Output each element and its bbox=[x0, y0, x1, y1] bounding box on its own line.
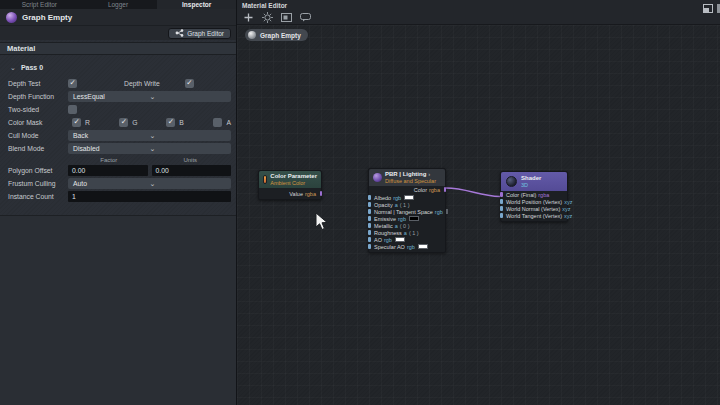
polygon-offset-units-input[interactable]: 0.00 bbox=[152, 165, 232, 176]
color-mask-b-checkbox[interactable] bbox=[166, 118, 175, 127]
polygon-offset-units-value: 0.00 bbox=[156, 167, 169, 174]
depth-function-label: Depth Function bbox=[8, 93, 68, 100]
two-sided-label: Two-sided bbox=[8, 106, 68, 113]
graph-editor-button[interactable]: Graph Editor bbox=[168, 28, 231, 39]
blend-mode-row: Blend Mode Disabled ⌄ bbox=[8, 142, 231, 155]
input-port[interactable] bbox=[500, 192, 503, 197]
material-editor-toolbar bbox=[237, 10, 720, 25]
input-type: rgba bbox=[538, 192, 549, 198]
shader-input-color-final[interactable]: Color (Final) rgba bbox=[501, 191, 567, 198]
input-type: xyz bbox=[564, 213, 572, 219]
center-graph-button[interactable] bbox=[262, 12, 273, 23]
frustum-culling-row: Frustum Culling Auto ⌄ bbox=[8, 177, 231, 190]
add-comment-button[interactable] bbox=[300, 12, 311, 23]
pbr-output-color[interactable]: Color rgba bbox=[369, 186, 445, 194]
material-section-header[interactable]: Material bbox=[0, 42, 236, 55]
output-port[interactable] bbox=[444, 187, 447, 192]
color-mask-b: B bbox=[162, 118, 209, 127]
color-parameter-output-value[interactable]: Value rgba bbox=[259, 188, 321, 199]
color-parameter-icon bbox=[263, 175, 267, 184]
color-mask-r-label: R bbox=[85, 119, 90, 126]
shader-input-world-tangent[interactable]: World Tangent (Vertex) xyz bbox=[501, 212, 567, 219]
add-frame-button[interactable] bbox=[281, 12, 292, 23]
color-mask-g: G bbox=[115, 118, 162, 127]
input-port[interactable] bbox=[500, 213, 503, 218]
tab-script-editor[interactable]: Script Editor bbox=[0, 0, 79, 9]
frustum-culling-value: Auto bbox=[73, 180, 150, 187]
pbr-header[interactable]: PBR | Lighting› Diffuse and Specular bbox=[369, 169, 445, 186]
input-port[interactable] bbox=[368, 223, 371, 228]
chevron-down-icon: ⌄ bbox=[150, 181, 227, 186]
instance-count-input[interactable]: 1 bbox=[68, 191, 231, 202]
node-graph-canvas[interactable]: Graph Empty Color Parameter Ambient Colo… bbox=[237, 25, 720, 405]
polygon-offset-row: Polygon Offset 0.00 0.00 bbox=[8, 164, 231, 177]
add-node-button[interactable] bbox=[243, 12, 254, 23]
node-graph-icon bbox=[175, 29, 184, 37]
depth-function-dropdown[interactable]: LessEqual ⌄ bbox=[68, 91, 231, 102]
polygon-offset-factor-input[interactable]: 0.00 bbox=[68, 165, 148, 176]
input-label: Roughness bbox=[374, 230, 402, 236]
input-type: rgb bbox=[393, 195, 401, 201]
blend-mode-dropdown[interactable]: Disabled ⌄ bbox=[68, 143, 231, 154]
input-port[interactable] bbox=[368, 202, 371, 207]
pbr-input-emissive[interactable]: Emissive rgb bbox=[369, 215, 445, 222]
material-section-label: Material bbox=[7, 44, 35, 53]
node-pbr-lighting[interactable]: PBR | Lighting› Diffuse and Specular Col… bbox=[368, 168, 446, 253]
tab-logger[interactable]: Logger bbox=[79, 0, 158, 9]
color-parameter-title: Color Parameter bbox=[270, 173, 317, 180]
color-mask-a-checkbox[interactable] bbox=[213, 118, 222, 127]
cull-mode-dropdown[interactable]: Back ⌄ bbox=[68, 130, 231, 141]
pbr-input-ao[interactable]: AO rgb bbox=[369, 236, 445, 243]
pbr-input-specular-ao[interactable]: Specular AO rgb bbox=[369, 243, 445, 250]
normal-color-swatch[interactable] bbox=[446, 209, 448, 214]
output-label: Value bbox=[289, 191, 303, 197]
input-port[interactable] bbox=[500, 199, 503, 204]
breadcrumb-graph-empty[interactable]: Graph Empty bbox=[245, 29, 308, 41]
depth-test-checkbox[interactable] bbox=[68, 79, 77, 88]
color-mask-label: Color Mask bbox=[8, 119, 68, 126]
pbr-input-normal[interactable]: Normal | Tangent Space rgb bbox=[369, 208, 445, 215]
pbr-input-metallic[interactable]: Metallic a ( 0 ) bbox=[369, 222, 445, 229]
tab-inspector[interactable]: Inspector bbox=[157, 0, 236, 9]
panel-tabbar: Script Editor Logger Inspector bbox=[0, 0, 236, 9]
material-editor-panel: Material Editor bbox=[237, 0, 720, 405]
pbr-input-albedo[interactable]: Albedo rgb bbox=[369, 194, 445, 201]
color-mask-r-checkbox[interactable] bbox=[72, 118, 81, 127]
shader-header[interactable]: Shader 3D bbox=[501, 172, 567, 191]
input-port[interactable] bbox=[368, 237, 371, 242]
frame-icon bbox=[281, 13, 292, 22]
chevron-down-icon: ⌄ bbox=[150, 133, 227, 138]
shader-input-world-position[interactable]: World Position (Vertex) xyz bbox=[501, 198, 567, 205]
ao-color-swatch[interactable] bbox=[395, 237, 405, 242]
specular-ao-color-swatch[interactable] bbox=[418, 244, 428, 249]
pass0-section-header[interactable]: ⌄ Pass 0 bbox=[0, 61, 236, 74]
pbr-input-roughness[interactable]: Roughness a ( 1 ) bbox=[369, 229, 445, 236]
input-port[interactable] bbox=[368, 216, 371, 221]
frustum-culling-dropdown[interactable]: Auto ⌄ bbox=[68, 178, 231, 189]
emissive-color-swatch[interactable] bbox=[409, 216, 419, 221]
color-mask-g-checkbox[interactable] bbox=[119, 118, 128, 127]
input-port[interactable] bbox=[368, 230, 371, 235]
output-port[interactable] bbox=[320, 191, 323, 196]
polygon-offset-label: Polygon Offset bbox=[8, 167, 68, 174]
input-port[interactable] bbox=[368, 209, 371, 214]
shader-input-world-normal[interactable]: World Normal (Vertex) xyz bbox=[501, 205, 567, 212]
input-label: World Normal (Vertex) bbox=[506, 206, 560, 212]
depth-write-checkbox[interactable] bbox=[185, 79, 194, 88]
node-color-parameter[interactable]: Color Parameter Ambient Color Value rgba bbox=[258, 170, 322, 200]
color-parameter-header[interactable]: Color Parameter Ambient Color bbox=[259, 171, 321, 188]
input-type: rgb bbox=[407, 244, 415, 250]
input-label: Color (Final) bbox=[506, 192, 536, 198]
two-sided-checkbox[interactable] bbox=[68, 105, 77, 114]
chevron-right-icon[interactable]: › bbox=[428, 171, 430, 177]
albedo-color-swatch[interactable] bbox=[404, 195, 414, 200]
input-port[interactable] bbox=[368, 244, 371, 249]
material-editor-title: Material Editor bbox=[242, 2, 287, 9]
input-port[interactable] bbox=[368, 195, 371, 200]
node-shader[interactable]: Shader 3D Color (Final) rgba World Posit… bbox=[500, 171, 568, 222]
dock-window-button[interactable] bbox=[703, 4, 713, 13]
pbr-input-opacity[interactable]: Opacity a ( 1 ) bbox=[369, 201, 445, 208]
inspector-title-row: Graph Empty bbox=[0, 9, 236, 26]
shader-title: Shader bbox=[521, 175, 541, 182]
input-port[interactable] bbox=[500, 206, 503, 211]
